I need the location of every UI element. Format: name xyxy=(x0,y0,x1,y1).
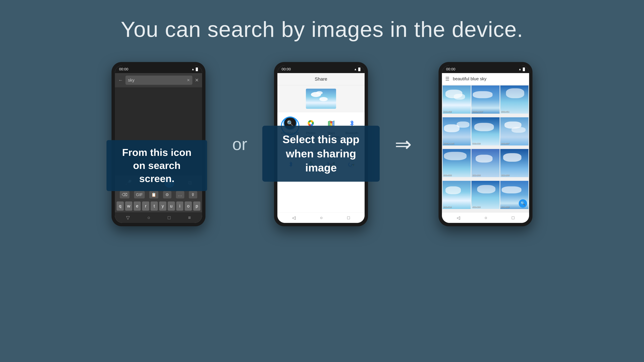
page-title: You can search by images in the device. xyxy=(0,0,644,42)
phone3-results-grid: 612x408 2000x1217 800x451 1500x112 xyxy=(442,85,529,213)
nav-back-icon[interactable]: ▽ xyxy=(126,215,130,220)
main-content: 00:00 ▲ █ ← sky ✕ ✕ xyxy=(0,62,644,226)
key-p[interactable]: p xyxy=(193,201,200,211)
close-search-icon[interactable]: ✕ xyxy=(195,77,199,83)
results-search-fab[interactable]: 🔍 xyxy=(519,199,527,208)
tooltip1-line2: on search screen. xyxy=(133,160,180,184)
phone2-nav-bar: ◁ ○ □ xyxy=(278,213,364,223)
search-input-area[interactable]: sky ✕ xyxy=(126,76,192,85)
thumb-11[interactable]: 450x300 xyxy=(472,181,500,209)
phone3-time: 00:00 xyxy=(446,67,455,71)
more-key[interactable]: ... xyxy=(176,191,184,198)
nav2-back-icon[interactable]: ◁ xyxy=(292,215,296,220)
nav3-back-icon[interactable]: ◁ xyxy=(457,215,460,220)
phone1-keyboard: q w e r t y u i o p xyxy=(115,200,202,212)
gif-key[interactable]: GIF xyxy=(134,191,145,198)
nav2-recents-icon[interactable]: □ xyxy=(347,215,350,220)
phone1-status-bar: 00:00 ▲ █ xyxy=(115,65,202,73)
nav-recents-icon[interactable]: □ xyxy=(168,215,170,220)
thumb-9-size: 322x200 xyxy=(501,174,509,176)
thumb-8-size: 322x200 xyxy=(472,174,480,176)
key-r[interactable]: r xyxy=(142,201,149,211)
thumb-3[interactable]: 800x451 xyxy=(500,85,528,114)
thumb-1-size: 612x408 xyxy=(443,110,452,113)
phone3-status-icons: ▲ █ xyxy=(518,67,525,71)
phone3-screen: 00:00 ▲ █ ☰ beautiful blue sky 612x408 xyxy=(442,65,529,223)
key-e[interactable]: e xyxy=(134,201,141,211)
thumb-5-size: 508x339 xyxy=(472,142,480,145)
tooltip2-text: Select this app when sharing image xyxy=(272,132,370,175)
key-q[interactable]: q xyxy=(116,201,124,211)
phone2-wrapper: 00:00 ▲ █ Share xyxy=(274,62,368,226)
thumb-7[interactable]: 600x600 xyxy=(442,149,471,177)
thumb-7-size: 600x600 xyxy=(443,174,452,176)
thumb-2[interactable]: 2000x1217 xyxy=(472,85,500,114)
nav3-home-icon[interactable]: ○ xyxy=(484,215,487,220)
arrow-connector: ⇒ xyxy=(395,133,412,156)
hamburger-icon[interactable]: ☰ xyxy=(445,76,450,82)
phone1-search-bar: ← sky ✕ ✕ xyxy=(115,73,202,87)
phone3-nav-bar: ◁ ○ □ xyxy=(442,213,529,223)
wifi-icon: ▲ xyxy=(191,67,194,71)
tooltip1-text: From this icon on search screen. xyxy=(115,146,199,185)
thumb-12[interactable]: 601x200 🔍 xyxy=(500,181,528,209)
settings-key[interactable]: ⚙ xyxy=(163,191,172,198)
phone1-time: 00:00 xyxy=(119,67,128,71)
svg-marker-4 xyxy=(332,121,334,126)
back-key[interactable]: ⌫ xyxy=(120,191,130,198)
phone2-time: 00:00 xyxy=(282,67,291,71)
thumb-6-size: 910x607 xyxy=(501,142,509,145)
tooltip-select-app: Select this app when sharing image xyxy=(262,126,380,182)
thumb-11-size: 450x300 xyxy=(472,206,480,208)
phone2-status-icons: ▲ █ xyxy=(354,67,360,71)
tooltip2-line2: when sharing image xyxy=(286,147,356,174)
or-connector: or xyxy=(232,135,247,154)
thumb-10-size: 800x534 xyxy=(443,206,452,208)
thumb-2-size: 2000x1217 xyxy=(472,110,483,113)
tooltip1-line1: From this icon xyxy=(122,147,191,158)
phone1-extra-keys: ⌫ GIF 📋 ⚙ ... 🎙 xyxy=(115,190,202,200)
share-thumb xyxy=(306,89,336,109)
svg-point-1 xyxy=(310,122,312,124)
voice-key[interactable]: 🎙 xyxy=(189,191,197,198)
key-o[interactable]: o xyxy=(185,201,192,211)
phone3-results-header: ☰ beautiful blue sky xyxy=(442,73,529,85)
phone1-status-icons: ▲ █ xyxy=(191,67,198,71)
signal-icon3: █ xyxy=(523,67,525,71)
results-title: beautiful blue sky xyxy=(453,76,486,81)
phone3-wrapper: 00:00 ▲ █ ☰ beautiful blue sky 612x408 xyxy=(438,62,532,226)
thumb-9[interactable]: 322x200 xyxy=(500,149,528,177)
nav2-home-icon[interactable]: ○ xyxy=(320,215,323,220)
phone2-status-bar: 00:00 ▲ █ xyxy=(278,65,364,73)
phone1-nav-bar: ▽ ○ □ ≡ xyxy=(115,212,202,223)
nav-extra-icon[interactable]: ≡ xyxy=(188,215,191,220)
back-arrow-icon[interactable]: ← xyxy=(118,78,123,83)
phone1-wrapper: 00:00 ▲ █ ← sky ✕ ✕ xyxy=(112,62,206,226)
thumb-4-size: 1500x1125 xyxy=(443,142,454,145)
tooltip-from-icon: From this icon on search screen. xyxy=(106,140,207,191)
phone2-share-header: Share xyxy=(278,73,364,85)
thumb-4[interactable]: 1500x1125 xyxy=(442,117,471,145)
key-i[interactable]: i xyxy=(176,201,184,211)
thumb-1[interactable]: 612x408 xyxy=(442,85,471,114)
nav3-recents-icon[interactable]: □ xyxy=(512,215,514,220)
thumb-5[interactable]: 508x339 xyxy=(472,117,500,145)
key-y[interactable]: y xyxy=(159,201,166,211)
signal-icon2: █ xyxy=(358,67,360,71)
nav-home-icon[interactable]: ○ xyxy=(148,215,150,220)
key-u[interactable]: u xyxy=(168,201,175,211)
thumb-8[interactable]: 322x200 xyxy=(472,149,500,177)
thumb-6[interactable]: 910x607 xyxy=(500,117,528,145)
thumb-3-size: 800x451 xyxy=(501,110,509,113)
svg-marker-2 xyxy=(328,121,330,126)
phone3-status-bar: 00:00 ▲ █ xyxy=(442,65,529,73)
wifi-icon2: ▲ xyxy=(354,67,357,71)
key-t[interactable]: t xyxy=(150,201,158,211)
clipboard-key[interactable]: 📋 xyxy=(149,191,158,198)
thumb-10[interactable]: 800x534 xyxy=(442,181,471,209)
key-w[interactable]: w xyxy=(125,201,132,211)
clear-icon[interactable]: ✕ xyxy=(187,78,190,82)
share-title: Share xyxy=(315,76,327,82)
tooltip2-line1: Select this app xyxy=(282,133,360,145)
phone2-share-image xyxy=(278,85,364,112)
